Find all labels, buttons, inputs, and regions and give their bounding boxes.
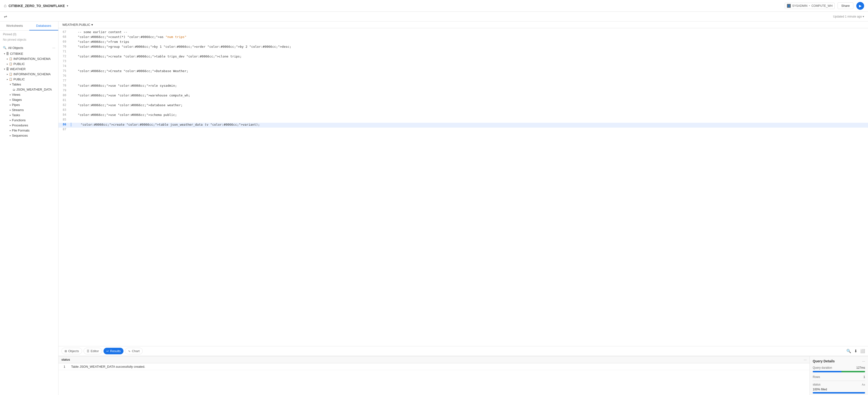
line-content[interactable]: -- some earlier content -- [70,30,866,34]
tree-item-weather[interactable]: ▾🗄WEATHER [0,66,58,71]
tree-item-citibike[interactable]: ▾🗄CITIBIKE [0,51,58,56]
code-line-86: 86│ "color:#0066cc;">create "color:#0066… [58,123,868,128]
line-content[interactable]: "color:#0066cc;">count(*) "color:#0066cc… [70,35,866,39]
code-line-68: 68 "color:#0066cc;">count(*) "color:#006… [58,35,868,40]
line-number: 79 [60,89,70,92]
qd-divider [813,381,865,381]
line-number: 70 [60,45,70,48]
progress-segment-green [841,371,865,372]
qd-header: Query Details ··· [813,359,865,363]
line-number: 72 [60,55,70,58]
tree-item-json-weather-data[interactable]: 🗂JSON_WEATHER_DATA [0,87,58,92]
share-button[interactable]: Share [838,2,854,9]
editor-header: WEATHER.PUBLIC ▾ [58,22,868,28]
line-content[interactable]: "color:#0066cc;">Create "color:#0066cc;"… [70,69,866,73]
line-content[interactable]: "color:#0066cc;">use "color:#0066cc;">sc… [70,113,866,117]
split-view-icon[interactable]: ⬜ [860,349,865,353]
results-tab-button[interactable]: ↩ Results [103,348,123,354]
tree-item-public[interactable]: ▸📋PUBLIC [0,77,58,82]
tree-item-pipes[interactable]: ▸Pipes [0,102,58,108]
status-filled-text: 100% filled [813,388,865,391]
code-line-82: 82 "color:#0066cc;">use "color:#0066cc;"… [58,103,868,108]
tree-item-file-formats[interactable]: ▸File Formats [0,128,58,133]
topbar-right: 👤 SYSADMIN • COMPUTE_WH Share ▶ [785,2,864,10]
tree-label: CITIBIKE [10,52,23,56]
tree-label: WEATHER [10,67,26,71]
all-objects-row: 🔍 All Objects ··· [0,44,58,51]
tree-label: PUBLIC [13,62,25,66]
results-table: 1 Table JSON_WEATHER_DATA successfully c… [58,363,810,370]
tree-item-stages[interactable]: ▸Stages [0,97,58,102]
user-name: SYSADMIN [792,4,808,7]
duration-progress-bar [813,371,865,372]
line-number: 82 [60,103,70,107]
line-number: 81 [60,98,70,102]
tree-item-views[interactable]: ▸Views [0,92,58,97]
tab-worksheets[interactable]: Worksheets [0,22,29,30]
line-number: 74 [60,64,70,68]
chart-icon: ∿ [128,350,130,353]
line-content[interactable]: "color:#0066cc;">use "color:#0066cc;">wa… [70,93,866,97]
run-button[interactable]: ▶ [856,2,864,10]
status-column-header: status [61,358,70,361]
tree-item-procedures[interactable]: ▸Procedures [0,123,58,128]
objects-label: Objects [68,349,79,353]
line-content[interactable]: │ "color:#0066cc;">create "color:#0066cc… [70,123,866,126]
code-line-83: 83 [58,108,868,113]
search-results-icon[interactable]: 🔍 [846,349,851,353]
code-line-85: 85 [58,118,868,123]
qd-duration-label: Query duration [813,366,832,369]
home-icon[interactable]: ⌂ [4,3,7,8]
tree-item-functions[interactable]: ▸Functions [0,118,58,123]
db-path[interactable]: WEATHER.PUBLIC ▾ [62,23,93,27]
results-pane: status ··· 1 Table JSON_WEATHER_DATA suc… [58,356,868,395]
schema-icon: 📋 [9,72,12,76]
objects-tab-button[interactable]: ⊞ Objects [61,348,82,354]
code-line-69: 69 "color:#0066cc;">from trips [58,40,868,45]
tree-item-tables[interactable]: ▾Tables [0,82,58,87]
topbar: ⌂ CITIBIKE_ZERO_TO_SNOWFLAKE ▾ 👤 SYSADMI… [0,0,868,12]
tree-label: Tables [12,83,21,86]
qd-rows-value: 1 [863,375,865,379]
code-editor[interactable]: 67 -- some earlier content --68 "color:#… [58,28,868,346]
tree-item-tasks[interactable]: ▸Tasks [0,113,58,118]
tree-item-information-schema[interactable]: ▸📋INFORMATION_SCHEMA [0,71,58,77]
schema-icon: 📋 [9,57,12,60]
tree-item-sequences[interactable]: ▸Sequences [0,133,58,138]
chart-tab-button[interactable]: ∿ Chart [125,348,143,354]
line-number: 83 [60,108,70,112]
tree-label: Stages [12,98,22,101]
editor-label: Editor [91,349,99,353]
query-details-panel: Query Details ··· Query duration 127ms R… [810,356,868,395]
chart-label: Chart [132,349,140,353]
line-content[interactable]: "color:#0066cc;">from trips [70,40,866,43]
db-icon: 🗄 [6,52,9,56]
title-chevron-icon[interactable]: ▾ [67,4,68,7]
tree-item-information-schema[interactable]: ▸📋INFORMATION_SCHEMA [0,56,58,61]
qd-more-icon[interactable]: ··· [862,359,865,363]
qd-rows-label: Rows [813,375,820,379]
line-content[interactable]: "color:#0066cc;">group "color:#0066cc;">… [70,45,866,49]
tree-chevron-icon: ▾ [4,52,5,55]
folder-chevron-icon: ▸ [10,114,11,116]
tree-item-streams[interactable]: ▸Streams [0,108,58,113]
project-title: CITIBIKE_ZERO_TO_SNOWFLAKE [8,4,65,8]
tab-databases[interactable]: Databases [29,22,58,30]
filter-icon[interactable]: ⇌ [4,14,7,19]
line-number: 69 [60,40,70,43]
line-content[interactable]: "color:#0066cc;">use "color:#0066cc;">ro… [70,84,866,87]
code-line-79: 79 [58,89,868,93]
line-content[interactable]: "color:#0066cc;">create "color:#0066cc;"… [70,55,866,58]
tree-label: JSON_WEATHER_DATA [16,88,52,91]
pinned-section: Pinned (0) No pinned objects [0,31,58,44]
code-line-70: 70 "color:#0066cc;">group "color:#0066cc… [58,45,868,50]
table-icon: 🗂 [13,88,16,91]
download-icon[interactable]: ⬇ [854,349,857,353]
user-badge: 👤 SYSADMIN • COMPUTE_WH [785,3,835,9]
more-options-icon[interactable]: ··· [52,46,55,50]
editor-tab-button[interactable]: ☰ Editor [84,348,102,354]
tree-label: Streams [12,108,24,112]
tree-item-public[interactable]: ▸📋PUBLIC [0,61,58,66]
line-content[interactable]: "color:#0066cc;">use "color:#0066cc;">da… [70,103,866,107]
results-more-icon[interactable]: ··· [804,358,807,362]
